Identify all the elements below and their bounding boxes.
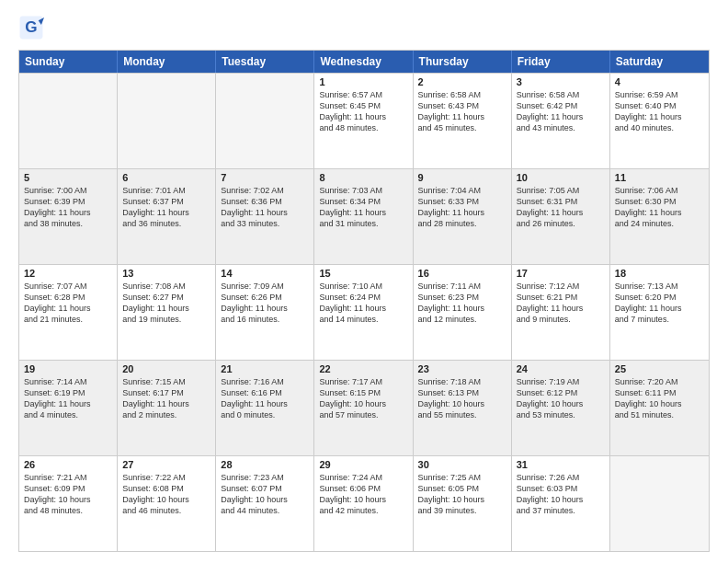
day-info: Sunrise: 7:10 AM Sunset: 6:24 PM Dayligh… [319, 281, 407, 326]
day-number: 19 [24, 363, 112, 374]
cal-cell-30: 30Sunrise: 7:25 AM Sunset: 6:05 PM Dayli… [414, 456, 512, 551]
day-info: Sunrise: 6:58 AM Sunset: 6:42 PM Dayligh… [517, 89, 605, 134]
cal-cell-24: 24Sunrise: 7:19 AM Sunset: 6:12 PM Dayli… [512, 361, 610, 455]
day-number: 14 [221, 268, 309, 279]
day-number: 3 [517, 76, 605, 87]
cal-header-monday: Monday [118, 51, 216, 73]
cal-cell-28: 28Sunrise: 7:23 AM Sunset: 6:07 PM Dayli… [216, 456, 314, 551]
cal-week-2: 5Sunrise: 7:00 AM Sunset: 6:39 PM Daylig… [19, 168, 709, 264]
day-info: Sunrise: 7:15 AM Sunset: 6:17 PM Dayligh… [122, 376, 210, 421]
day-number: 10 [517, 172, 605, 183]
day-number: 12 [24, 268, 112, 279]
cal-week-1: 1Sunrise: 6:57 AM Sunset: 6:45 PM Daylig… [19, 73, 709, 168]
cal-cell-4: 4Sunrise: 6:59 AM Sunset: 6:40 PM Daylig… [610, 74, 709, 168]
day-info: Sunrise: 7:17 AM Sunset: 6:15 PM Dayligh… [319, 376, 407, 421]
day-info: Sunrise: 7:21 AM Sunset: 6:09 PM Dayligh… [24, 472, 112, 517]
day-number: 7 [221, 172, 309, 183]
cal-cell-1: 1Sunrise: 6:57 AM Sunset: 6:45 PM Daylig… [314, 74, 413, 168]
day-number: 4 [615, 76, 704, 87]
day-info: Sunrise: 7:22 AM Sunset: 6:08 PM Dayligh… [122, 472, 210, 517]
cal-cell-26: 26Sunrise: 7:21 AM Sunset: 6:09 PM Dayli… [19, 456, 118, 551]
cal-header-wednesday: Wednesday [314, 51, 413, 73]
day-info: Sunrise: 7:20 AM Sunset: 6:11 PM Dayligh… [615, 376, 704, 421]
cal-header-thursday: Thursday [414, 51, 512, 73]
day-info: Sunrise: 7:09 AM Sunset: 6:26 PM Dayligh… [221, 281, 309, 326]
cal-cell-12: 12Sunrise: 7:07 AM Sunset: 6:28 PM Dayli… [19, 265, 118, 360]
day-number: 11 [615, 172, 704, 183]
day-number: 2 [418, 76, 506, 87]
day-number: 22 [319, 363, 407, 374]
day-number: 20 [122, 363, 210, 374]
header: G [18, 15, 710, 40]
day-number: 6 [122, 172, 210, 183]
day-info: Sunrise: 7:13 AM Sunset: 6:20 PM Dayligh… [615, 281, 704, 326]
day-number: 26 [24, 459, 112, 470]
day-info: Sunrise: 7:26 AM Sunset: 6:03 PM Dayligh… [517, 472, 605, 517]
day-number: 13 [122, 268, 210, 279]
day-info: Sunrise: 7:12 AM Sunset: 6:21 PM Dayligh… [517, 281, 605, 326]
day-number: 17 [517, 268, 605, 279]
logo-icon: G [18, 15, 44, 40]
cal-cell-14: 14Sunrise: 7:09 AM Sunset: 6:26 PM Dayli… [216, 265, 314, 360]
cal-cell-5: 5Sunrise: 7:00 AM Sunset: 6:39 PM Daylig… [19, 169, 118, 264]
cal-cell-empty-6 [610, 456, 709, 551]
day-info: Sunrise: 7:25 AM Sunset: 6:05 PM Dayligh… [418, 472, 506, 517]
cal-cell-22: 22Sunrise: 7:17 AM Sunset: 6:15 PM Dayli… [314, 361, 413, 455]
cal-cell-6: 6Sunrise: 7:01 AM Sunset: 6:37 PM Daylig… [118, 169, 216, 264]
page: G SundayMondayTuesdayWednesdayThursdayFr… [0, 0, 728, 563]
day-info: Sunrise: 7:07 AM Sunset: 6:28 PM Dayligh… [24, 281, 112, 326]
cal-cell-3: 3Sunrise: 6:58 AM Sunset: 6:42 PM Daylig… [512, 74, 610, 168]
day-number: 9 [418, 172, 506, 183]
cal-cell-2: 2Sunrise: 6:58 AM Sunset: 6:43 PM Daylig… [414, 74, 512, 168]
day-number: 24 [517, 363, 605, 374]
day-info: Sunrise: 7:06 AM Sunset: 6:30 PM Dayligh… [615, 185, 704, 230]
day-number: 15 [319, 268, 407, 279]
cal-cell-empty-1 [118, 74, 216, 168]
cal-cell-empty-2 [216, 74, 314, 168]
day-info: Sunrise: 6:57 AM Sunset: 6:45 PM Dayligh… [319, 89, 407, 134]
day-info: Sunrise: 7:16 AM Sunset: 6:16 PM Dayligh… [221, 376, 309, 421]
day-info: Sunrise: 7:14 AM Sunset: 6:19 PM Dayligh… [24, 376, 112, 421]
day-number: 23 [418, 363, 506, 374]
day-number: 21 [221, 363, 309, 374]
cal-cell-17: 17Sunrise: 7:12 AM Sunset: 6:21 PM Dayli… [512, 265, 610, 360]
day-info: Sunrise: 7:03 AM Sunset: 6:34 PM Dayligh… [319, 185, 407, 230]
cal-cell-23: 23Sunrise: 7:18 AM Sunset: 6:13 PM Dayli… [414, 361, 512, 455]
day-info: Sunrise: 7:04 AM Sunset: 6:33 PM Dayligh… [418, 185, 506, 230]
day-info: Sunrise: 7:11 AM Sunset: 6:23 PM Dayligh… [418, 281, 506, 326]
logo: G [18, 15, 50, 40]
day-number: 16 [418, 268, 506, 279]
cal-cell-15: 15Sunrise: 7:10 AM Sunset: 6:24 PM Dayli… [314, 265, 413, 360]
day-info: Sunrise: 7:19 AM Sunset: 6:12 PM Dayligh… [517, 376, 605, 421]
calendar-body: 1Sunrise: 6:57 AM Sunset: 6:45 PM Daylig… [19, 73, 709, 551]
day-info: Sunrise: 7:08 AM Sunset: 6:27 PM Dayligh… [122, 281, 210, 326]
day-number: 28 [221, 459, 309, 470]
day-info: Sunrise: 7:02 AM Sunset: 6:36 PM Dayligh… [221, 185, 309, 230]
cal-cell-20: 20Sunrise: 7:15 AM Sunset: 6:17 PM Dayli… [118, 361, 216, 455]
cal-cell-10: 10Sunrise: 7:05 AM Sunset: 6:31 PM Dayli… [512, 169, 610, 264]
cal-cell-25: 25Sunrise: 7:20 AM Sunset: 6:11 PM Dayli… [610, 361, 709, 455]
day-number: 5 [24, 172, 112, 183]
calendar: SundayMondayTuesdayWednesdayThursdayFrid… [18, 50, 710, 552]
cal-cell-21: 21Sunrise: 7:16 AM Sunset: 6:16 PM Dayli… [216, 361, 314, 455]
day-number: 31 [517, 459, 605, 470]
cal-week-3: 12Sunrise: 7:07 AM Sunset: 6:28 PM Dayli… [19, 264, 709, 360]
cal-cell-empty-0 [19, 74, 118, 168]
cal-cell-31: 31Sunrise: 7:26 AM Sunset: 6:03 PM Dayli… [512, 456, 610, 551]
cal-header-tuesday: Tuesday [216, 51, 314, 73]
cal-cell-11: 11Sunrise: 7:06 AM Sunset: 6:30 PM Dayli… [610, 169, 709, 264]
day-number: 8 [319, 172, 407, 183]
cal-week-5: 26Sunrise: 7:21 AM Sunset: 6:09 PM Dayli… [19, 455, 709, 551]
day-info: Sunrise: 7:23 AM Sunset: 6:07 PM Dayligh… [221, 472, 309, 517]
day-info: Sunrise: 7:00 AM Sunset: 6:39 PM Dayligh… [24, 185, 112, 230]
day-number: 1 [319, 76, 407, 87]
day-info: Sunrise: 7:24 AM Sunset: 6:06 PM Dayligh… [319, 472, 407, 517]
cal-cell-13: 13Sunrise: 7:08 AM Sunset: 6:27 PM Dayli… [118, 265, 216, 360]
day-info: Sunrise: 7:01 AM Sunset: 6:37 PM Dayligh… [122, 185, 210, 230]
cal-header-sunday: Sunday [19, 51, 118, 73]
day-info: Sunrise: 6:58 AM Sunset: 6:43 PM Dayligh… [418, 89, 506, 134]
cal-cell-7: 7Sunrise: 7:02 AM Sunset: 6:36 PM Daylig… [216, 169, 314, 264]
cal-cell-16: 16Sunrise: 7:11 AM Sunset: 6:23 PM Dayli… [414, 265, 512, 360]
cal-header-saturday: Saturday [610, 51, 709, 73]
day-number: 27 [122, 459, 210, 470]
